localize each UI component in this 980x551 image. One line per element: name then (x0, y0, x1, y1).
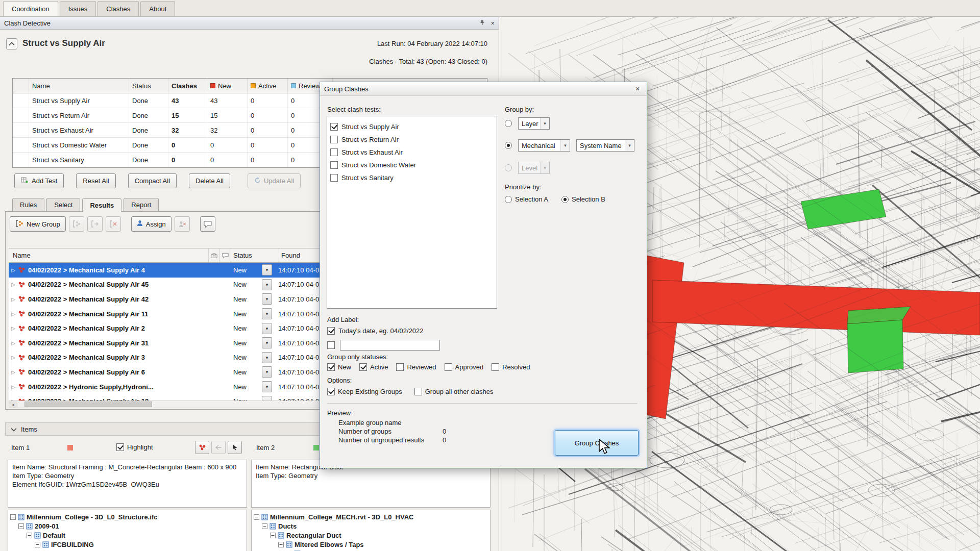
tests-col-name[interactable]: Name (29, 79, 129, 93)
tree-expander-icon[interactable] (10, 514, 16, 520)
property-dropdown[interactable]: System Name▾ (576, 139, 634, 152)
selection-b-radio[interactable]: Selection B (561, 195, 605, 203)
tab-results[interactable]: Results (82, 198, 121, 212)
status-checkbox-resolved[interactable]: Resolved (492, 363, 530, 371)
checkbox[interactable] (327, 388, 335, 395)
tab-rules[interactable]: Rules (12, 198, 44, 212)
status-dropdown-button[interactable]: ▾ (262, 293, 272, 305)
ungroup-icon-button[interactable] (106, 216, 121, 232)
delete-all-button[interactable]: Delete All (189, 173, 230, 188)
tests-col-new[interactable]: New (207, 79, 248, 93)
highlight-group-button[interactable] (195, 441, 209, 454)
tests-col-status[interactable]: Status (129, 79, 168, 93)
compact-all-button[interactable]: Compact All (128, 173, 177, 188)
assign-button[interactable]: Assign (131, 216, 172, 232)
dialog-titlebar[interactable]: Group Clashes × (320, 82, 647, 96)
option-checkbox[interactable]: Group all other clashes (414, 388, 494, 395)
tests-col-clashes[interactable]: Clashes (168, 79, 207, 93)
checkbox[interactable] (327, 363, 335, 371)
checkbox[interactable] (492, 363, 499, 371)
clash-test-option[interactable]: Struct vs Exhaust Air (330, 146, 494, 159)
selection-a-radio[interactable]: Selection A (505, 195, 548, 203)
radio[interactable] (505, 196, 512, 203)
expand-arrow-icon[interactable]: ▷ (9, 355, 18, 360)
level-radio[interactable] (505, 164, 512, 171)
back-arrow-button[interactable] (211, 441, 226, 454)
highlight-checkbox[interactable]: Highlight (116, 443, 153, 451)
status-checkbox-active[interactable]: Active (359, 363, 388, 371)
tree-node[interactable]: 2009-01 (8, 521, 247, 531)
expand-arrow-icon[interactable]: ▷ (9, 296, 18, 302)
level-dropdown[interactable]: Level▾ (518, 162, 550, 174)
tree-expander-icon[interactable] (278, 542, 284, 547)
tree-node[interactable]: Default (8, 531, 247, 540)
layer-radio[interactable] (505, 120, 512, 127)
tests-col-active[interactable]: Active (248, 79, 288, 93)
close-icon[interactable]: × (632, 85, 643, 93)
checkbox[interactable] (445, 363, 452, 371)
group-clashes-button[interactable]: Group Clashes (555, 430, 639, 456)
status-dropdown-button[interactable]: ▾ (262, 352, 272, 363)
checkbox[interactable] (359, 363, 367, 371)
add-test-button[interactable]: Add Test (14, 173, 64, 188)
results-col-status[interactable]: Status (231, 248, 279, 262)
menu-tab-clashes[interactable]: Clashes (97, 1, 139, 16)
move-to-group-icon-button[interactable] (87, 216, 103, 232)
reset-all-button[interactable]: Reset All (76, 173, 115, 188)
category-dropdown[interactable]: Mechanical▾ (518, 139, 570, 152)
menu-tab-coordination[interactable]: Coordination (3, 1, 58, 16)
scrollbar-thumb[interactable] (24, 402, 152, 407)
expand-arrow-icon[interactable]: ▷ (9, 340, 18, 346)
update-all-button[interactable]: Update All (248, 173, 301, 188)
select-cursor-button[interactable] (228, 441, 242, 454)
add-to-group-icon-button[interactable] (69, 216, 84, 232)
tree-node[interactable]: Millennium_College_MECH.rvt - 3D_L0_HVAC (252, 512, 490, 521)
status-dropdown-button[interactable]: ▾ (262, 264, 272, 276)
results-col-name[interactable]: Name (9, 248, 209, 262)
tree-expander-icon[interactable] (27, 533, 32, 538)
checkbox[interactable] (330, 136, 338, 143)
unassign-icon-button[interactable] (175, 216, 190, 232)
collapse-test-button[interactable] (6, 38, 17, 49)
checkbox[interactable] (116, 443, 124, 451)
tree-node[interactable]: Rectangular Duct [6 (252, 549, 490, 551)
status-dropdown-button[interactable]: ▾ (262, 337, 272, 348)
expand-arrow-icon[interactable]: ▷ (9, 267, 18, 273)
expand-arrow-icon[interactable]: ▷ (9, 369, 18, 375)
checkbox[interactable] (396, 363, 404, 371)
status-dropdown-button[interactable]: ▾ (262, 308, 272, 319)
tree-node[interactable]: Ducts (252, 521, 490, 531)
tree-node[interactable]: Millennium_College - 3D_L0_Structure.ifc (8, 512, 247, 521)
status-checkbox-new[interactable]: New (327, 363, 351, 371)
custom-label-input[interactable] (340, 340, 440, 350)
checkbox[interactable] (330, 174, 338, 182)
clash-test-option[interactable]: Struct vs Return Air (330, 133, 494, 146)
status-dropdown-button[interactable]: ▾ (262, 366, 272, 378)
tree-expander-icon[interactable] (254, 514, 259, 520)
tree-expander-icon[interactable] (262, 523, 267, 529)
close-icon[interactable]: × (491, 19, 495, 27)
clash-test-option[interactable]: Struct vs Sanitary (330, 171, 494, 184)
clash-test-option[interactable]: Struct vs Domestic Water (330, 159, 494, 171)
checkbox[interactable] (330, 161, 338, 169)
expand-arrow-icon[interactable]: ▷ (9, 384, 18, 390)
scroll-left-arrow[interactable]: ◂ (9, 401, 17, 408)
status-dropdown-button[interactable]: ▾ (262, 323, 272, 334)
status-dropdown-button[interactable]: ▾ (262, 381, 272, 392)
tab-select[interactable]: Select (46, 198, 80, 212)
todays-date-checkbox[interactable]: Today's date, eg. 04/02/2022 (327, 327, 424, 335)
comment-bubble-button[interactable] (200, 216, 215, 232)
new-group-button[interactable]: New Group (10, 216, 66, 232)
custom-label-checkbox[interactable] (327, 341, 335, 349)
expand-arrow-icon[interactable]: ▷ (9, 311, 18, 317)
tree-node[interactable]: Mitered Elbows / Taps (252, 540, 490, 549)
menu-tab-issues[interactable]: Issues (60, 1, 96, 16)
tab-report[interactable]: Report (124, 198, 159, 212)
grid-intersection-radio[interactable] (505, 142, 512, 149)
layer-dropdown[interactable]: Layer▾ (518, 117, 550, 130)
tree-expander-icon[interactable] (270, 533, 276, 538)
tree-expander-icon[interactable] (18, 523, 24, 529)
option-checkbox[interactable]: Keep Existing Groups (327, 388, 402, 395)
status-checkbox-reviewed[interactable]: Reviewed (396, 363, 436, 371)
tree-node[interactable]: Rectangular Duct (252, 531, 490, 540)
